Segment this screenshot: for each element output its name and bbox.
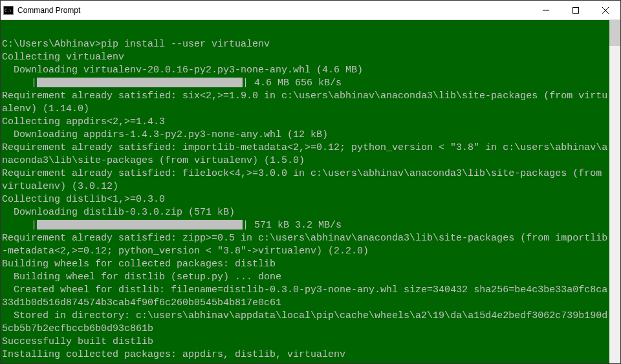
maximize-icon: [572, 7, 579, 14]
close-button[interactable]: [591, 1, 620, 19]
prompt-path: C:\Users\Abhinav>: [2, 39, 101, 50]
titlebar[interactable]: Command Prompt: [1, 1, 620, 20]
output-line: Downloading appdirs-1.4.3-py2.py3-none-a…: [2, 129, 608, 142]
progress-suffix: | 571 kB 3.2 MB/s: [243, 220, 342, 231]
progress-suffix: | 4.6 MB 656 kB/s: [243, 78, 342, 89]
output-line: Installing collected packages: appdirs, …: [2, 348, 608, 361]
output-line: Building wheel for distlib (setup.py) ..…: [2, 271, 608, 284]
minimize-icon: [543, 7, 549, 14]
svg-rect-1: [573, 7, 579, 13]
output-line: Requirement already satisfied: importlib…: [2, 142, 608, 167]
progress-bar: [37, 220, 243, 230]
output-line: Requirement already satisfied: zipp>=0.5…: [2, 232, 608, 258]
output-line: Requirement already satisfied: filelock<…: [2, 167, 608, 193]
close-icon: [602, 7, 609, 14]
output-line: Collecting distlib<1,>=0.3.0: [2, 193, 608, 206]
terminal-output[interactable]: C:\Users\Abhinav>pip install --user virt…: [1, 20, 609, 363]
prompt-line: C:\Users\Abhinav>pip install --user virt…: [2, 38, 608, 51]
window-controls: [531, 1, 620, 19]
maximize-button[interactable]: [561, 1, 591, 19]
output-line: Requirement already satisfied: six<2,>=1…: [2, 90, 608, 116]
output-line: Building wheels for collected packages: …: [2, 258, 608, 271]
blank-line: [2, 25, 608, 38]
terminal-area: C:\Users\Abhinav>pip install --user virt…: [1, 20, 620, 363]
minimize-button[interactable]: [531, 1, 561, 19]
output-line: Stored in directory: c:\users\abhinav\ap…: [2, 310, 608, 336]
window-title: Command Prompt: [17, 6, 531, 15]
output-line: Created wheel for distlib: filename=dist…: [2, 284, 608, 310]
scrollbar-thumb[interactable]: [609, 20, 620, 46]
output-line: Downloading distlib-0.3.0.zip (571 kB): [2, 206, 608, 219]
command-prompt-window: Command Prompt C:\Users\Abhinav>pip inst…: [0, 0, 621, 364]
command-text: pip install --user virtualenv: [101, 39, 270, 50]
progress-line: || 571 kB 3.2 MB/s: [2, 219, 608, 232]
progress-prefix: |: [2, 220, 37, 231]
progress-bar: [37, 78, 243, 87]
scrollbar[interactable]: [609, 20, 620, 363]
progress-line: || 4.6 MB 656 kB/s: [2, 77, 608, 90]
output-line: Collecting appdirs<2,>=1.4.3: [2, 116, 608, 129]
progress-prefix: |: [2, 78, 37, 89]
output-line: Downloading virtualenv-20.0.16-py2.py3-n…: [2, 64, 608, 77]
output-line: Collecting virtualenv: [2, 51, 608, 64]
cmd-icon: [3, 6, 14, 15]
output-line: Successfully built distlib: [2, 336, 608, 348]
